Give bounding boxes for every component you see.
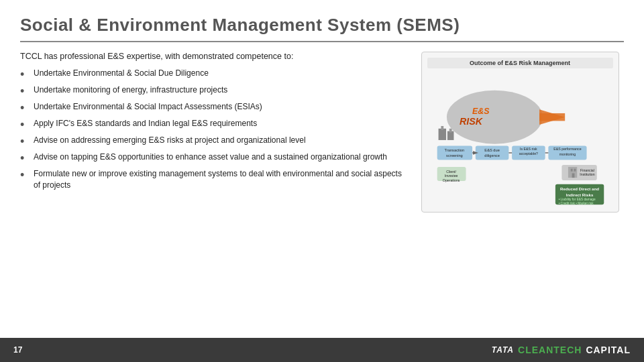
list-item: • Undertake Environmental & Social Due D… [20, 68, 402, 80]
bullet-icon: • [20, 68, 30, 80]
diagram-container: Outcome of E&S Risk Management E&S RISK [421, 52, 619, 213]
bullet-icon: • [20, 119, 30, 131]
bullet-icon: • [20, 169, 30, 181]
bullet-icon: • [20, 135, 30, 147]
svg-text:E&S performance: E&S performance [553, 147, 581, 151]
svg-rect-8 [449, 129, 451, 133]
svg-text:monitoring: monitoring [559, 152, 575, 156]
intro-text: TCCL has professional E&S expertise, wit… [20, 52, 402, 61]
bullet-icon: • [20, 85, 30, 97]
logo-cleantech: CLEANTECH [518, 345, 582, 355]
svg-text:acceptable?: acceptable? [519, 152, 537, 156]
svg-rect-5 [438, 129, 445, 140]
bullet-text: Undertake Environmental & Social Due Dil… [34, 68, 402, 79]
svg-rect-33 [572, 173, 574, 178]
title-section: Social & Environment Management System (… [20, 15, 624, 42]
bullet-text: Formulate new or improve existing manage… [34, 168, 402, 192]
svg-text:E&S: E&S [472, 107, 490, 116]
right-column: Outcome of E&S Risk Management E&S RISK [416, 52, 624, 355]
list-item: • Advise on tapping E&S opportunities to… [20, 152, 402, 164]
list-item: • Apply IFC's E&S standards and Indian l… [20, 118, 402, 131]
list-item: • Undertake monitoring of energy, infras… [20, 84, 402, 97]
logo-area: TATA CLEANTECH CAPITAL [492, 345, 631, 355]
left-column: TCCL has professional E&S expertise, wit… [20, 52, 402, 355]
svg-text:E&S due: E&S due [484, 148, 500, 152]
bullet-text: Undertake monitoring of energy, infrastr… [34, 84, 402, 96]
list-item: • Advise on addressing emerging E&S risk… [20, 135, 402, 147]
svg-text:• Credit risk  • Market risk: • Credit risk • Market risk [558, 202, 594, 205]
bullet-list: • Undertake Environmental & Social Due D… [20, 68, 402, 355]
svg-text:Reduced Direct and: Reduced Direct and [560, 186, 599, 191]
page-title: Social & Environment Management System (… [20, 15, 624, 36]
list-item: • Undertake Environmental & Social Impac… [20, 101, 402, 114]
footer-bar: 17 TATA CLEANTECH CAPITAL [0, 338, 644, 362]
svg-text:Financial: Financial [580, 168, 594, 172]
bullet-text: Apply IFC's E&S standards and Indian leg… [34, 118, 402, 129]
svg-text:Institution: Institution [580, 172, 594, 176]
svg-rect-7 [447, 131, 453, 140]
svg-text:Operations: Operations [442, 178, 460, 182]
logo-capital: CAPITAL [586, 345, 631, 355]
svg-text:Transaction: Transaction [444, 148, 464, 152]
svg-text:Client/: Client/ [446, 170, 456, 174]
svg-text:Indirect Risks: Indirect Risks [566, 192, 593, 197]
content-row: TCCL has professional E&S expertise, wit… [20, 52, 624, 355]
bullet-text: Advise on tapping E&S opportunities to e… [34, 152, 402, 163]
svg-text:Is E&S risk: Is E&S risk [520, 147, 537, 151]
diagram-svg: E&S RISK Transaction screening E&S due [427, 72, 613, 206]
bullet-icon: • [20, 102, 30, 114]
svg-text:screening: screening [446, 154, 463, 158]
bullet-text: Undertake Environmental & Social Impact … [34, 101, 402, 113]
svg-text:• Liability for E&S damage: • Liability for E&S damage [558, 198, 595, 201]
svg-text:RISK: RISK [460, 116, 484, 127]
svg-rect-32 [574, 169, 576, 172]
svg-text:diligence: diligence [484, 154, 500, 158]
bullet-icon: • [20, 152, 30, 164]
svg-rect-31 [570, 169, 572, 172]
page-number: 17 [13, 345, 22, 355]
diagram-body: E&S RISK Transaction screening E&S due [427, 72, 613, 206]
logo-tata: TATA [492, 345, 514, 355]
diagram-title: Outcome of E&S Risk Management [427, 58, 613, 68]
svg-text:Investee: Investee [444, 174, 458, 178]
svg-rect-2 [539, 113, 565, 121]
main-content: Social & Environment Management System (… [0, 0, 644, 362]
list-item: • Formulate new or improve existing mana… [20, 168, 402, 192]
bullet-text: Advise on addressing emerging E&S risks … [34, 135, 402, 146]
svg-rect-6 [441, 126, 443, 130]
